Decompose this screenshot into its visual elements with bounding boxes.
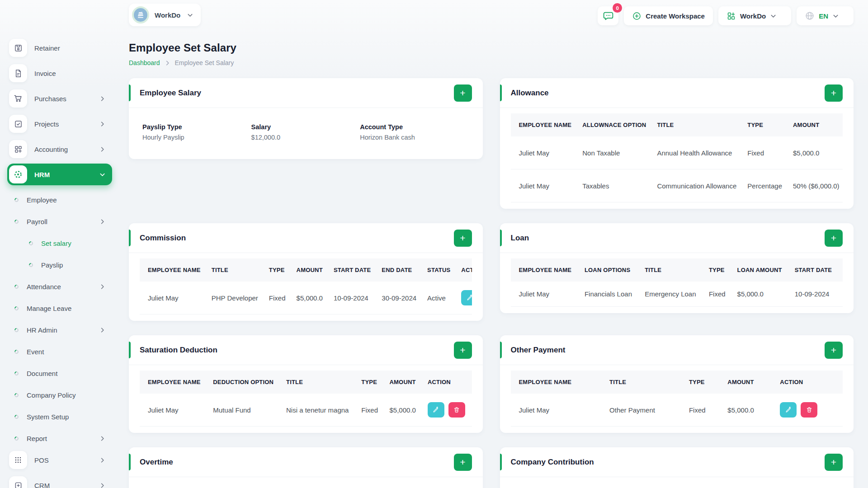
bullet-icon [14,284,19,290]
sidebar-item-retainer[interactable]: Retainer [9,37,112,59]
sidebar-item-hr-admin[interactable]: HR Admin [9,319,112,341]
table-cell: PHP Developer [206,282,264,314]
pos-icon [9,451,27,469]
sidebar-item-event[interactable]: Event [9,341,112,362]
bullet-icon [28,240,34,246]
card-header: Saturation Deduction + [129,335,483,365]
card-header: Employee Salary + [129,78,483,108]
saturation-deduction-edit-button[interactable] [428,402,444,418]
invoice-icon [9,64,27,82]
sidebar-item-attendance[interactable]: Attendance [9,276,112,297]
card-accent-bar [129,84,131,101]
column-header-employee-name: EMPLOYEE NAME [511,371,604,394]
saturation-deduction-delete-button[interactable] [448,402,465,418]
sidebar-item-crm[interactable]: CRM [9,474,112,488]
bullet-icon [14,392,19,398]
table-cell: Financials Loan [579,282,639,307]
card-body: EMPLOYEE NAMEALLOWNACE OPTIONTITLETYPEAM… [500,108,854,209]
bullet-icon [14,219,19,225]
saturation-deduction-add-button[interactable]: + [454,342,472,359]
table-cell: Fixed [703,282,732,307]
chat-icon [603,10,614,22]
purchases-icon [9,89,27,108]
table-cell: $5,000.0 [291,282,328,314]
sidebar-item-label: Event [27,348,44,356]
chevron-right-icon [99,146,106,153]
commission-edit-button[interactable] [461,290,472,305]
bullet-icon [14,436,19,441]
sidebar-item-invoice[interactable]: Invoice [9,62,112,84]
table-cell: 30-09-2024 [376,282,422,314]
table-header-row: EMPLOYEE NAMEDEDUCTION OPTIONTITLETYPEAM… [140,371,472,394]
sidebar-item-employee[interactable]: Employee [9,189,112,211]
employee-salary-add-button[interactable]: + [454,84,472,102]
table-header-row: EMPLOYEE NAMELOAN OPTIONSTITLETYPELOAN A… [511,258,843,282]
topbar: WorkDo 0 Create Workspace WorkDo EN [129,0,854,29]
language-selector[interactable]: EN [797,6,854,25]
card-accent-bar [500,84,502,101]
card-accent-bar [129,454,131,470]
messages-button[interactable]: 0 [598,6,618,25]
sidebar-item-hrm[interactable]: HRM [7,164,112,185]
workdo-menu-button[interactable]: WorkDo [718,6,791,25]
sidebar-item-system-setup[interactable]: System Setup [9,406,112,427]
field-payslip-type: Payslip TypeHourly Payslip [142,123,251,141]
card-header: Other Payment + [500,335,854,365]
commission-add-button[interactable]: + [454,230,472,247]
table-header-row: EMPLOYEE NAMEALLOWNACE OPTIONTITLETYPEAM… [511,113,843,136]
sidebar-item-label: System Setup [27,413,69,421]
sidebar-item-report[interactable]: Report [9,427,112,449]
card-body [500,477,854,488]
table-cell: Emergency Loan [639,282,703,307]
sidebar-item-payroll[interactable]: Payroll [9,211,112,232]
actions-cell [422,394,472,427]
column-header-end-date: END DATE [839,258,843,282]
column-header-title: TITLE [604,371,684,394]
bullet-icon [14,349,19,355]
overtime-add-button[interactable]: + [454,454,472,471]
bullet-icon [14,414,19,420]
bullet-icon [14,371,19,376]
workspace-switcher[interactable]: WorkDo [129,4,201,26]
sidebar-item-label: Retainer [34,44,60,52]
company-contribution-card: Company Contribution + [500,447,854,488]
column-header-loan-options: LOAN OPTIONS [579,258,639,282]
plus-circle-icon [632,11,642,21]
sidebar-item-projects[interactable]: Projects [9,113,112,135]
table-cell: Fixed [356,394,384,427]
column-header-deduction-option: DEDUCTION OPTION [208,371,281,394]
sidebar-item-accounting[interactable]: Accounting [9,138,112,160]
table-cell: $5,000.0 [788,136,843,169]
breadcrumb-dashboard-link[interactable]: Dashboard [129,59,160,66]
allowance-add-button[interactable]: + [825,84,843,102]
other-payment-add-button[interactable]: + [825,342,843,359]
sidebar-item-payslip[interactable]: Payslip [9,254,112,276]
create-workspace-button[interactable]: Create Workspace [624,6,713,25]
card-accent-bar [500,342,502,358]
sidebar-item-document[interactable]: Document [9,362,112,384]
sidebar-item-company-policy[interactable]: Company Policy [9,384,112,406]
topbar-actions: 0 Create Workspace WorkDo EN [598,6,854,25]
other-payment-delete-button[interactable] [801,402,817,418]
card-title: Employee Salary [140,89,201,98]
sidebar-item-pos[interactable]: POS [9,449,112,471]
column-header-amount: AMOUNT [722,371,774,394]
table-cell: Juliet May [511,394,604,427]
globe-icon [805,11,815,21]
other-payment-edit-button[interactable] [780,402,797,418]
column-header-employee-name: EMPLOYEE NAME [140,371,208,394]
messages-badge: 0 [613,3,622,13]
card-header: Overtime + [129,447,483,477]
column-header-status: STATUS [422,258,456,282]
chevron-right-icon [99,283,106,290]
loan-add-button[interactable]: + [825,230,843,247]
sidebar-item-set-salary[interactable]: Set salary [9,232,112,254]
field-value: $12,000.0 [251,134,360,141]
chevron-right-icon [99,95,106,102]
chevron-down-icon [832,13,839,19]
company-contribution-add-button[interactable]: + [825,454,843,471]
table-header-row: EMPLOYEE NAMETITLETYPEAMOUNTACTION [511,371,843,394]
projects-icon [9,115,27,133]
sidebar-item-purchases[interactable]: Purchases [9,88,112,109]
sidebar-item-manage-leave[interactable]: Manage Leave [9,297,112,319]
